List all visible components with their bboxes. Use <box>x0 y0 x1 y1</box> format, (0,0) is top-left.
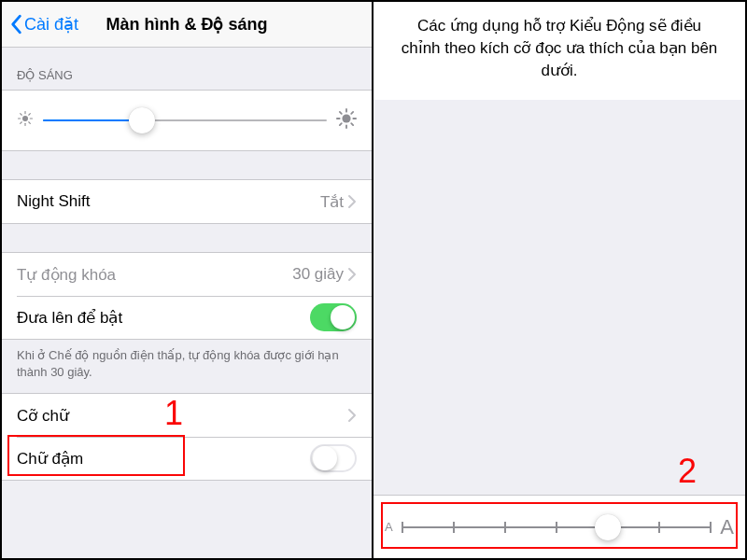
night-shift-row[interactable]: Night Shift Tắt <box>2 180 372 223</box>
back-label: Cài đặt <box>24 14 78 35</box>
svg-line-14 <box>340 111 342 113</box>
brightness-section-header: ĐỘ SÁNG <box>2 48 372 90</box>
bold-text-toggle[interactable] <box>310 444 357 472</box>
svg-point-0 <box>22 116 28 121</box>
svg-line-15 <box>351 123 353 125</box>
svg-line-16 <box>340 123 342 125</box>
text-size-slider[interactable] <box>402 513 712 541</box>
brightness-slider-cell <box>2 91 372 150</box>
sun-high-icon <box>336 108 357 133</box>
svg-point-9 <box>342 114 350 122</box>
brightness-slider[interactable] <box>43 107 327 133</box>
text-size-pane: Các ứng dụng hỗ trợ Kiểu Động sẽ điều ch… <box>374 2 745 558</box>
text-size-slider-zone: A A <box>374 495 745 558</box>
auto-lock-group: Tự động khóa 30 giây Đưa lên để bật <box>2 252 372 340</box>
big-a-icon: A <box>720 515 734 539</box>
svg-line-6 <box>29 121 31 123</box>
chevron-right-icon <box>347 267 357 282</box>
auto-lock-row[interactable]: Tự động khóa 30 giây <box>2 253 372 296</box>
chevron-right-icon <box>347 408 357 423</box>
text-size-label: Cỡ chữ <box>17 406 347 426</box>
text-group: Cỡ chữ Chữ đậm <box>2 393 372 481</box>
sun-low-icon <box>17 110 34 132</box>
settings-display-brightness-pane: Cài đặt Màn hình & Độ sáng ĐỘ SÁNG <box>2 2 374 558</box>
night-shift-group: Night Shift Tắt <box>2 179 372 224</box>
raise-to-wake-label: Đưa lên để bật <box>17 308 310 328</box>
small-a-icon: A <box>385 520 393 534</box>
bold-text-row: Chữ đậm <box>2 437 372 480</box>
night-shift-label: Night Shift <box>17 192 320 211</box>
auto-lock-label: Tự động khóa <box>17 265 292 285</box>
svg-line-7 <box>21 121 22 123</box>
svg-line-17 <box>351 111 353 113</box>
bold-text-label: Chữ đậm <box>17 449 310 469</box>
svg-line-8 <box>29 113 31 115</box>
auto-lock-value: 30 giây <box>292 265 344 284</box>
brightness-slider-thumb[interactable] <box>129 107 155 133</box>
low-power-note: Khi ở Chế độ nguồn điện thấp, tự động kh… <box>2 340 372 384</box>
raise-to-wake-row: Đưa lên để bật <box>2 296 372 339</box>
brightness-group <box>2 90 372 151</box>
svg-line-5 <box>21 113 22 115</box>
raise-to-wake-toggle[interactable] <box>310 303 357 331</box>
chevron-left-icon <box>9 14 22 35</box>
back-button[interactable]: Cài đặt <box>2 14 78 35</box>
chevron-right-icon <box>347 194 357 209</box>
night-shift-value: Tắt <box>320 192 344 212</box>
dynamic-type-info: Các ứng dụng hỗ trợ Kiểu Động sẽ điều ch… <box>374 2 745 100</box>
nav-header: Cài đặt Màn hình & Độ sáng <box>2 2 372 48</box>
text-size-slider-thumb[interactable] <box>595 514 621 540</box>
text-size-row[interactable]: Cỡ chữ <box>2 394 372 437</box>
